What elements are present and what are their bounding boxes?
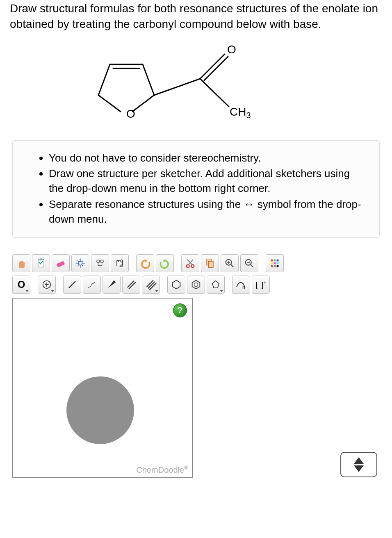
wedge-bond-tool[interactable] [103, 276, 121, 294]
svg-marker-59 [192, 280, 200, 289]
canvas-placeholder-icon [66, 376, 134, 444]
svg-line-50 [69, 281, 75, 287]
center-tool[interactable] [71, 254, 89, 272]
svg-line-3 [132, 95, 154, 112]
svg-line-9 [200, 79, 229, 107]
svg-rect-38 [271, 259, 273, 261]
svg-point-22 [97, 260, 100, 262]
triple-bond-tool[interactable] [142, 276, 160, 294]
paste-tool[interactable] [32, 254, 50, 272]
compound-structure: O O CH3 [81, 42, 311, 124]
svg-point-26 [191, 264, 194, 267]
carbonyl-oxygen-label: O [227, 43, 236, 56]
svg-line-2 [143, 64, 154, 95]
charge-tool[interactable] [38, 276, 56, 294]
svg-line-21 [82, 264, 84, 266]
single-bond-tool[interactable] [63, 276, 81, 294]
svg-line-20 [77, 264, 79, 266]
stepper-down-icon[interactable] [354, 465, 364, 472]
svg-line-7 [200, 54, 225, 79]
dashed-bond-tool[interactable] [83, 276, 101, 294]
svg-rect-40 [277, 259, 279, 261]
element-picker[interactable]: O [12, 276, 30, 294]
color-tool[interactable] [266, 254, 284, 272]
svg-line-19 [82, 260, 84, 262]
instructions-box: You do not have to consider stereochemis… [12, 140, 380, 238]
ring-oxygen-label: O [126, 107, 135, 120]
zoom-out-tool[interactable] [240, 254, 258, 272]
svg-rect-45 [274, 265, 276, 267]
zoom-in-tool[interactable] [221, 254, 239, 272]
chain-tool[interactable]: n [232, 276, 250, 294]
toolbar: O [10, 254, 382, 298]
flip-tool[interactable] [111, 254, 129, 272]
redo-tool[interactable] [156, 254, 174, 272]
sketcher-area: O [10, 254, 382, 478]
question-text: Draw structural formulas for both resona… [10, 0, 382, 32]
svg-line-51 [89, 281, 95, 287]
move-tool[interactable] [12, 254, 30, 272]
svg-rect-42 [274, 262, 276, 264]
svg-rect-39 [274, 259, 276, 261]
instruction-item: Separate resonance structures using the … [49, 197, 367, 227]
svg-rect-12 [57, 261, 65, 267]
instruction-item: You do not have to consider stereochemis… [49, 150, 367, 165]
svg-marker-52 [108, 280, 116, 288]
methyl-label: CH3 [230, 105, 251, 120]
ring-picker[interactable] [207, 276, 225, 294]
svg-line-8 [204, 57, 228, 80]
svg-line-36 [250, 264, 253, 267]
benzene-tool[interactable] [187, 276, 205, 294]
undo-tool[interactable] [136, 254, 154, 272]
svg-rect-11 [40, 258, 43, 260]
copy-tool[interactable] [201, 254, 219, 272]
chemdoodle-watermark: ChemDoodle® [136, 465, 188, 475]
svg-line-5 [98, 64, 110, 95]
svg-rect-30 [209, 261, 214, 267]
svg-line-18 [77, 260, 79, 262]
svg-line-28 [187, 259, 192, 264]
cut-tool[interactable] [181, 254, 199, 272]
svg-point-13 [78, 261, 82, 265]
sketcher-canvas[interactable]: ? ChemDoodle® [12, 298, 193, 478]
bracket-charge-tool[interactable]: [ ]± [252, 276, 270, 294]
instruction-item: Draw one structure per sketcher. Add add… [49, 166, 367, 196]
svg-line-32 [230, 264, 233, 267]
help-icon[interactable]: ? [173, 303, 187, 317]
svg-marker-58 [173, 280, 180, 289]
svg-text:n: n [242, 285, 245, 290]
stepper-up-icon[interactable] [354, 457, 364, 464]
svg-line-27 [188, 259, 193, 264]
svg-rect-41 [271, 262, 273, 264]
double-bond-tool[interactable] [122, 276, 140, 294]
sketcher-count-stepper[interactable] [340, 452, 377, 477]
svg-point-23 [100, 260, 103, 262]
eraser-tool[interactable] [52, 254, 70, 272]
clean-tool[interactable] [91, 254, 109, 272]
svg-line-4 [98, 95, 121, 112]
svg-point-25 [187, 264, 189, 267]
svg-marker-61 [212, 280, 219, 288]
svg-rect-44 [271, 265, 273, 267]
cyclohexane-tool[interactable] [167, 276, 185, 294]
svg-rect-46 [277, 265, 279, 267]
svg-point-60 [194, 283, 198, 286]
svg-rect-43 [277, 262, 279, 264]
svg-line-6 [154, 79, 200, 95]
